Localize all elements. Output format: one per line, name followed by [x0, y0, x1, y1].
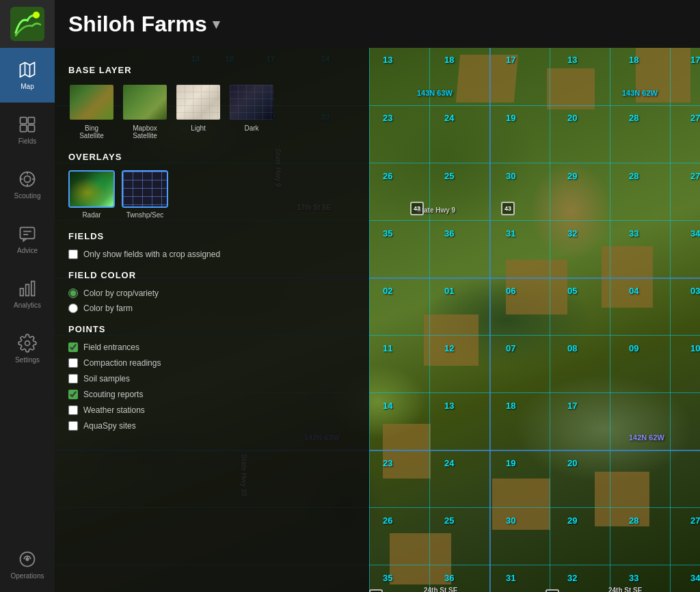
farm-name-chevron[interactable]: ▾: [213, 16, 219, 32]
sidebar-item-advice[interactable]: Advice: [0, 212, 55, 267]
svg-rect-6: [21, 125, 27, 131]
section-label: 13: [567, 55, 577, 65]
only-crop-checkbox[interactable]: [68, 250, 78, 259]
base-layer-dark[interactable]: Dark: [228, 83, 275, 139]
svg-point-23: [26, 558, 29, 561]
base-layer-title: BASE LAYER: [68, 65, 355, 75]
color-farm-label[interactable]: Color by farm: [83, 304, 133, 313]
sidebar-item-fields[interactable]: Fields: [0, 103, 55, 157]
main-content: Shiloh Farms ▾: [55, 0, 700, 592]
radar-thumb[interactable]: [68, 170, 115, 208]
overlay-options: Radar Twnshp/Sec: [68, 170, 355, 219]
color-crop-row: Color by crop/variety: [68, 288, 355, 298]
points-title: POINTS: [68, 324, 355, 334]
twnshp-label: Twnshp/Sec: [126, 211, 163, 219]
section-label: 30: [506, 515, 515, 526]
svg-point-20: [25, 341, 30, 346]
section-label: 19: [506, 113, 515, 123]
section-label: 12: [444, 343, 454, 353]
mapbox-thumb[interactable]: [122, 83, 168, 121]
bing-thumb[interactable]: [68, 83, 115, 121]
analytics-icon: [18, 279, 37, 298]
section-label: 13: [444, 401, 454, 411]
section-label: 33: [629, 573, 638, 583]
section-label: 35: [383, 573, 392, 583]
light-thumb[interactable]: [175, 83, 221, 121]
scouting-label[interactable]: Scouting reports: [83, 390, 143, 399]
section-label: 35: [383, 228, 392, 239]
radar-label: Radar: [82, 211, 100, 219]
section-label: 33: [629, 228, 638, 239]
section-label: 36: [444, 573, 454, 583]
color-crop-label[interactable]: Color by crop/variety: [83, 288, 159, 298]
sidebar-item-settings[interactable]: Settings: [0, 321, 55, 376]
color-farm-radio[interactable]: [68, 304, 78, 313]
sidebar-label-fields: Fields: [18, 137, 37, 145]
section-label: 28: [629, 171, 638, 181]
map-icon: [18, 60, 37, 79]
sidebar-label-settings: Settings: [15, 356, 40, 364]
sidebar-label-scouting: Scouting: [14, 192, 41, 200]
only-crop-label[interactable]: Only show fields with a crop assigned: [83, 250, 220, 259]
aquaspy-label[interactable]: AquaSpy sites: [83, 421, 136, 431]
field-entrances-checkbox[interactable]: [68, 342, 78, 352]
dark-thumb[interactable]: [228, 83, 275, 121]
section-label: 10: [690, 343, 700, 353]
section-label: 31: [506, 573, 515, 583]
sidebar-item-map[interactable]: Map: [0, 48, 55, 103]
base-layer-bing[interactable]: BingSatellite: [68, 83, 115, 139]
operations-icon: [18, 550, 37, 569]
aquaspy-checkbox[interactable]: [68, 421, 78, 431]
road-label: 24th St SE: [424, 587, 457, 592]
overlay-radar[interactable]: Radar: [68, 170, 115, 219]
sidebar-label-operations: Operations: [11, 572, 44, 580]
weather-label[interactable]: Weather stations: [83, 405, 145, 415]
bing-label: BingSatellite: [79, 124, 104, 139]
sidebar-item-analytics[interactable]: Analytics: [0, 267, 55, 321]
svg-rect-5: [28, 118, 34, 124]
overlays-title: OVERLAYS: [68, 152, 355, 162]
field-color-options: Color by crop/variety Color by farm: [68, 288, 355, 313]
point-scouting: Scouting reports: [68, 390, 355, 399]
app-header: Shiloh Farms ▾: [55, 0, 700, 48]
color-crop-radio[interactable]: [68, 288, 78, 298]
section-label: 27: [690, 171, 700, 181]
fields-crop-row: Only show fields with a crop assigned: [68, 250, 355, 259]
advice-icon: [18, 224, 37, 243]
point-weather: Weather stations: [68, 405, 355, 415]
sidebar-item-operations[interactable]: Operations: [0, 537, 55, 592]
base-layer-light[interactable]: Light: [175, 83, 221, 139]
weather-checkbox[interactable]: [68, 405, 78, 415]
section-label: 01: [444, 286, 454, 296]
compaction-label[interactable]: Compaction readings: [83, 358, 161, 368]
mapbox-label: MapboxSatellite: [133, 124, 157, 139]
soil-label[interactable]: Soil samples: [83, 374, 130, 384]
scouting-checkbox[interactable]: [68, 390, 78, 399]
township-label: 143N 62W: [622, 89, 658, 97]
grid-line: [429, 48, 430, 592]
sidebar-label-map: Map: [21, 83, 33, 90]
section-label: 02: [383, 286, 392, 296]
map-panel: ‹ BASE LAYER BingSatellite MapboxSatelli…: [55, 48, 369, 592]
section-label: 09: [629, 343, 638, 353]
twnshp-thumb[interactable]: [122, 170, 168, 208]
soil-checkbox[interactable]: [68, 374, 78, 384]
dark-label: Dark: [244, 124, 258, 132]
base-layer-mapbox[interactable]: MapboxSatellite: [122, 83, 168, 139]
sidebar-item-scouting[interactable]: Scouting: [0, 157, 55, 212]
section-label: 24: [444, 458, 454, 468]
base-layer-options: BingSatellite MapboxSatellite Light: [68, 83, 355, 139]
section-label: 25: [444, 171, 454, 181]
section-label: 31: [506, 228, 515, 239]
section-label: 28: [629, 515, 638, 526]
overlay-twnshp[interactable]: Twnshp/Sec: [122, 170, 168, 219]
field-entrances-label[interactable]: Field entrances: [83, 342, 139, 352]
compaction-checkbox[interactable]: [68, 358, 78, 368]
section-label: 34: [690, 573, 700, 583]
section-label: 29: [567, 171, 577, 181]
field-color-title: FIELD COLOR: [68, 270, 355, 280]
section-label: 17: [506, 55, 515, 65]
svg-rect-4: [21, 118, 27, 124]
settings-icon: [18, 334, 37, 353]
section-label: 32: [567, 573, 577, 583]
